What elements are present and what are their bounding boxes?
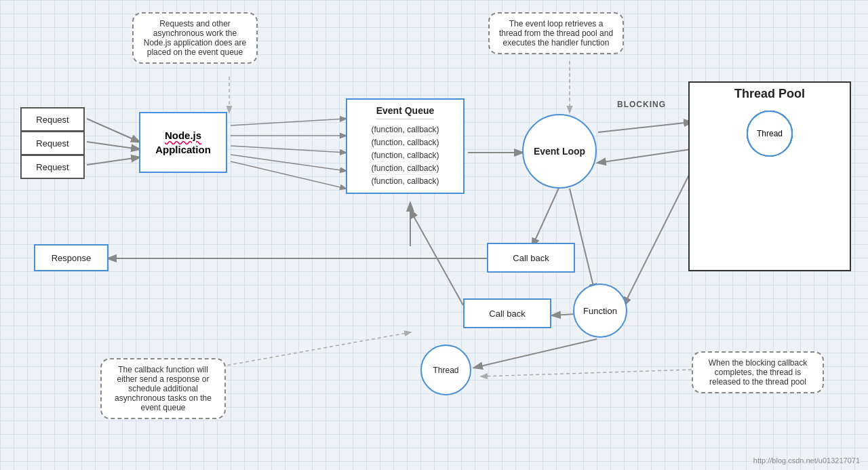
callback-2: Call back	[463, 298, 551, 328]
note-4: When the blocking callback completes, th…	[692, 351, 824, 393]
thread-grid: Thread Thread Thread Thread Thread Threa…	[690, 104, 850, 117]
thread-6: Thread	[747, 111, 793, 157]
nodejs-app: Node.js Application	[139, 112, 227, 173]
svg-line-11	[598, 122, 692, 132]
function-node: Function	[573, 283, 627, 338]
eq-item-3: (function, callback)	[371, 149, 439, 162]
svg-line-19	[624, 170, 692, 305]
svg-line-2	[87, 157, 139, 165]
svg-line-21	[481, 370, 692, 376]
diagram-container: Request Request Request Node.js Applicat…	[0, 0, 868, 470]
thread-pool-title: Thread Pool	[690, 83, 850, 104]
svg-line-7	[231, 155, 346, 171]
thread-pool: Thread Pool Thread Thread Thread Thread …	[688, 81, 851, 271]
svg-line-8	[231, 161, 346, 189]
eq-item-5: (function, callback)	[371, 175, 439, 187]
svg-line-1	[87, 142, 139, 149]
svg-line-6	[231, 146, 346, 153]
svg-line-12	[598, 149, 692, 163]
svg-line-20	[475, 339, 597, 368]
request-3: Request	[20, 155, 85, 179]
eq-item-2: (function, callback)	[371, 136, 439, 149]
svg-line-4	[231, 119, 346, 125]
svg-line-18	[410, 210, 463, 305]
svg-line-17	[553, 314, 575, 315]
svg-line-13	[532, 187, 559, 246]
request-1: Request	[20, 107, 85, 132]
note-3: The callback function will either send a…	[100, 358, 226, 419]
event-loop: Event Loop	[522, 114, 597, 189]
thread-small: Thread	[420, 345, 471, 395]
request-2: Request	[20, 131, 85, 155]
note-2: The event loop retrieves a thread from t…	[488, 12, 624, 54]
blocking-label: BLOCKING	[617, 100, 666, 109]
svg-line-0	[87, 119, 139, 142]
response-box: Response	[34, 244, 108, 271]
callback-1: Call back	[487, 243, 575, 273]
svg-line-22	[203, 332, 410, 370]
svg-line-16	[570, 189, 595, 292]
note-1: Requests and other asynchronous work the…	[132, 12, 258, 64]
eq-item-1: (function, callback)	[371, 123, 439, 136]
event-queue: Event Queue (function, callback) (functi…	[346, 98, 465, 194]
event-queue-title: Event Queue	[376, 105, 435, 119]
watermark: http://blog.csdn.net/u013217071	[753, 456, 860, 465]
eq-item-4: (function, callback)	[371, 162, 439, 175]
